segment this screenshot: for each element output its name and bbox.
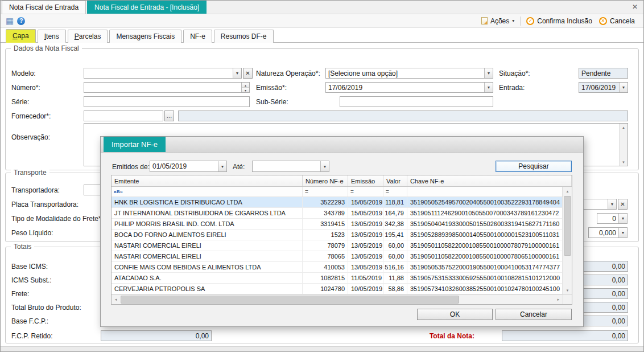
toolbar-separator (520, 17, 521, 26)
horizontal-scrollbar-thumb[interactable] (121, 296, 459, 304)
scroll-down-icon[interactable]: ▼ (620, 158, 628, 166)
modelo-clear-button[interactable]: ✕ (243, 68, 253, 79)
confirma-inclusao-button[interactable]: ✓ Confirma Inclusão (523, 15, 596, 27)
ate-value (253, 161, 320, 171)
modalidade-frete-combobox[interactable]: 0 ▾ (597, 213, 628, 224)
help-icon[interactable]: ? (17, 17, 25, 25)
chevron-down-icon[interactable]: ▾ (618, 228, 627, 238)
table-row[interactable]: ATACADAO S.A. 1082815 11/05/2019 11,88 3… (112, 273, 563, 284)
number-spinner[interactable]: ▴▾ (241, 83, 249, 92)
equals-filter-icon: = (350, 189, 354, 195)
ok-button[interactable]: OK (417, 309, 493, 320)
filter-cell-numero[interactable]: = (303, 187, 348, 197)
status-bar (1, 346, 643, 351)
fornecedor-lookup-button[interactable]: … (164, 110, 174, 121)
tab-nfe[interactable]: NF-e (183, 30, 212, 43)
tab-resumos-dfe[interactable]: Resumos DF-e (214, 30, 274, 43)
scroll-left-icon[interactable]: ◄ (112, 295, 120, 304)
table-row[interactable]: CERVEJARIA PETROPOLIS SA 1024780 10/05/2… (112, 284, 563, 294)
fornecedor-input[interactable] (84, 110, 163, 121)
peso-liquido-combobox[interactable]: 0,000 ▾ (588, 227, 628, 238)
ate-datepicker[interactable]: ▾ (252, 161, 329, 172)
natureza-operacao-combobox[interactable]: [Selecione uma opção] ▾ (325, 68, 493, 79)
emitidos-de-datepicker[interactable]: 01/05/2019 ▾ (150, 161, 227, 172)
grid-vertical-scrollbar[interactable]: ▲ ▼ (563, 187, 572, 294)
chevron-down-icon[interactable]: ▾ (618, 214, 627, 223)
tab-parcelas[interactable]: Parcelas (68, 30, 108, 43)
cell-chave: 3519050525495700204055001003522293178849… (407, 197, 563, 207)
placa-clear-button[interactable]: ✕ (618, 199, 628, 210)
scroll-right-icon[interactable]: ► (554, 295, 563, 304)
cancela-button[interactable]: ✕ Cancela (596, 15, 638, 27)
table-row[interactable]: HNK BR LOGISTICA E DISTRIBUICAO LTDA 352… (112, 197, 563, 208)
subserie-value (340, 97, 493, 107)
cell-numero: 3319415 (303, 219, 348, 229)
column-header-valor[interactable]: Valor (383, 175, 407, 186)
chevron-down-icon[interactable]: ▾ (218, 161, 226, 171)
numero-spinedit[interactable]: ▴▾ (84, 82, 250, 93)
application-window: Nota Fiscal de Entrada Nota Fiscal de En… (0, 0, 644, 352)
grid-filter-row[interactable]: aBc = = = (112, 187, 563, 197)
filter-cell-valor[interactable]: = (383, 187, 407, 197)
acoes-label: Ações (490, 17, 509, 25)
table-row[interactable]: BOCA DO FORNO ALIMENTOS EIRELI 1523 13/0… (112, 230, 563, 240)
grid-horizontal-scrollbar[interactable]: ◄ ► (112, 294, 563, 304)
tab-label: Mensagens Fiscais (116, 32, 175, 40)
spin-down-icon[interactable]: ▾ (242, 88, 249, 92)
chevron-down-icon[interactable]: ▾ (619, 83, 628, 92)
tab-nota-fiscal-entrada[interactable]: Nota Fiscal de Entrada (2, 1, 86, 14)
serie-input[interactable] (84, 96, 250, 107)
chevron-down-icon[interactable]: ▾ (484, 83, 493, 92)
modelo-value (84, 68, 233, 78)
chevron-down-icon[interactable]: ▾ (320, 161, 329, 171)
confirm-check-icon: ✓ (526, 17, 534, 25)
cell-valor: 164,79 (383, 208, 407, 218)
observacao-scrollbar[interactable]: ▲ ▼ (619, 124, 628, 166)
scroll-up-icon[interactable]: ▲ (563, 187, 572, 195)
scroll-down-icon[interactable]: ▼ (563, 286, 572, 294)
chevron-down-icon[interactable]: ▾ (484, 68, 493, 78)
filter-cell-emissao[interactable]: = (348, 187, 383, 197)
chevron-down-icon[interactable]: ▾ (608, 199, 616, 209)
tab-mensagens-fiscais[interactable]: Mensagens Fiscais (109, 30, 181, 43)
cell-emissao: 13/05/2019 (348, 240, 383, 251)
subserie-input[interactable] (340, 96, 493, 107)
entrada-datepicker[interactable]: 17/06/2019 ▾ (579, 82, 628, 93)
cell-emissao: 13/05/2019 (348, 219, 383, 229)
cell-chave: 3519051112462900105055007000343789161230… (407, 208, 563, 218)
spin-up-icon[interactable]: ▴ (242, 83, 249, 88)
modalidade-frete-value: 0 (597, 214, 618, 223)
table-row[interactable]: PHILIP MORRIS BRASIL IND. COM. LTDA 3319… (112, 219, 563, 230)
tab-nota-fiscal-entrada-inclusao[interactable]: Nota Fiscal de Entrada - [Inclusão] (87, 1, 207, 14)
column-header-numero-nfe[interactable]: Número NF-e (303, 175, 348, 186)
column-header-emitente[interactable]: Emitente (112, 175, 303, 186)
emissao-datepicker[interactable]: 17/06/2019 ▾ (325, 82, 493, 93)
scroll-up-icon[interactable]: ▲ (620, 124, 628, 131)
table-row[interactable]: CONFIE MAIS COM BEBIDAS E ALIMENTOS LTDA… (112, 262, 563, 273)
vertical-scrollbar-thumb[interactable] (564, 196, 571, 256)
acoes-button[interactable]: Ações ▾ (478, 15, 518, 27)
fcp-retido-value: 0,00 (101, 331, 211, 341)
cell-numero: 78065 (303, 251, 348, 261)
modelo-combobox[interactable]: ▾ (84, 68, 242, 79)
icms-subst-label: ICMS Subst.: (11, 276, 52, 284)
table-row[interactable]: NASTARI COMERCIAL EIRELI 78065 13/05/201… (112, 251, 563, 262)
tab-itens[interactable]: Itens (38, 30, 66, 43)
close-icon[interactable]: ✕ (632, 3, 638, 11)
filter-cell-emitente[interactable]: aBc (112, 187, 303, 197)
dialog-titlebar[interactable]: Importar NF-e (101, 137, 583, 153)
chevron-down-icon[interactable]: ▾ (233, 68, 241, 78)
column-header-emissao[interactable]: Emissão (348, 175, 383, 186)
cancelar-button[interactable]: Cancelar (496, 309, 572, 320)
pesquisar-button[interactable]: Pesquisar (496, 161, 572, 172)
fornecedor-value (84, 111, 163, 121)
cell-chave: 3519052889398500014055001000001523100511… (407, 230, 563, 240)
tab-capa[interactable]: Capa (6, 29, 36, 43)
actions-doc-icon (481, 17, 488, 24)
table-row[interactable]: NASTARI COMERCIAL EIRELI 78079 13/05/201… (112, 240, 563, 251)
grid-icon[interactable]: ▦ (6, 17, 14, 25)
cell-valor: 342,38 (383, 219, 407, 229)
table-row[interactable]: JT INTERNATIONAL DISTRIBUIDORA DE CIGARR… (112, 208, 563, 219)
filter-cell-chave[interactable] (407, 187, 563, 197)
column-header-chave-nfe[interactable]: Chave NF-e (407, 175, 572, 186)
